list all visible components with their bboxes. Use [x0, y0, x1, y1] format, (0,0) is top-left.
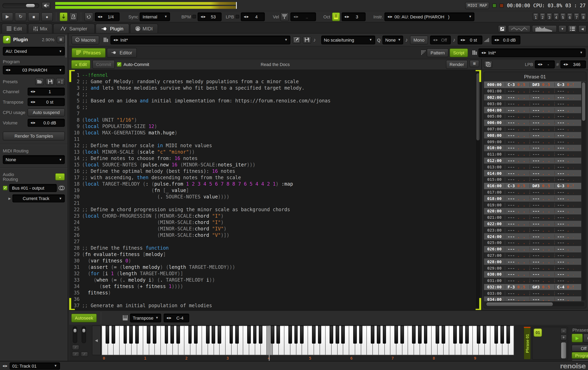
- next-track-button[interactable]: ▶: [5, 364, 8, 367]
- spectrum-button[interactable]: [532, 25, 557, 32]
- black-key[interactable]: [218, 326, 221, 344]
- black-key[interactable]: [400, 326, 404, 344]
- black-key[interactable]: [123, 326, 127, 344]
- black-key[interactable]: [341, 326, 345, 344]
- copy-phrase-button[interactable]: [484, 61, 492, 68]
- phrase-map-bar[interactable]: Phrase 01: [524, 327, 531, 359]
- instr-preset-select[interactable]: ◀▶ Init* ▼: [110, 35, 290, 44]
- phrase-rows[interactable]: 000:00C-30.5D#30.5G-30.5001:00---. . .--…: [484, 82, 581, 301]
- script-preset-select[interactable]: ◀▶ Init* ▼: [478, 48, 586, 57]
- add-phrase-button[interactable]: +: [560, 334, 567, 340]
- black-keys[interactable]: [102, 326, 514, 344]
- code-scrollbar[interactable]: [476, 72, 480, 307]
- phrase-row[interactable]: 016:00C-30.5D#30.5G-30.5: [484, 183, 581, 189]
- code-line[interactable]: 7: [69, 110, 474, 117]
- phrase-row[interactable]: 020:00---. . .---. . .---. . .: [484, 208, 581, 214]
- autoseek-button[interactable]: Autoseek: [71, 313, 97, 322]
- preset-save-button[interactable]: [46, 78, 54, 85]
- velocity-reset-button[interactable]: ∕: [72, 345, 79, 350]
- code-line[interactable]: 9(local POPULATION-SIZE 12): [69, 123, 474, 130]
- phrase-row[interactable]: 028:00---. . .---. . .---. . .: [484, 259, 581, 265]
- piano-keyboard[interactable]: 0123456789: [102, 326, 514, 355]
- view-preset-8[interactable]: 8: [580, 13, 586, 21]
- phrase-row[interactable]: 032:00F-30.5G#30.5C-40.5: [484, 284, 581, 290]
- black-key[interactable]: [318, 326, 321, 344]
- code-line[interactable]: 12;; Define the minor scale in MIDI note…: [69, 142, 474, 149]
- code-editor[interactable]: 1--!fennel2;; Game of Melody: randomly c…: [69, 70, 481, 310]
- phrase-hscrollbar[interactable]: [486, 302, 584, 307]
- code-line[interactable]: 8(local UNIT "1/16"): [69, 117, 474, 123]
- code-line[interactable]: 33 (when (= (. melody i) (. TARGET-MELOD…: [69, 277, 474, 283]
- code-line[interactable]: 19 (fn [_ value]: [69, 187, 474, 194]
- keyboard-scroll-left-button[interactable]: ◀: [92, 326, 101, 355]
- bus-output-field[interactable]: Bus #01 - output: [9, 184, 57, 192]
- velocity-spinner[interactable]: ◀▶ ..: [291, 12, 316, 21]
- black-key[interactable]: [436, 326, 439, 344]
- phrase-lpb-spinner[interactable]: ◀▶ -: [535, 60, 555, 68]
- black-key[interactable]: [441, 326, 445, 344]
- code-line[interactable]: 14;; Define notes to choose from: 16 not…: [69, 155, 474, 162]
- phrase-row[interactable]: 031:00---. . .---. . .---. . .: [484, 277, 581, 284]
- gain-spinner[interactable]: ◀▶ 0.0 dB: [491, 35, 520, 44]
- phrase-row[interactable]: 002:00---. . .---. . .---. . .: [484, 94, 581, 101]
- phrase-mode-off-button[interactable]: Off: [572, 345, 588, 352]
- black-key[interactable]: [418, 326, 422, 344]
- track-list-button[interactable]: [568, 25, 577, 32]
- tab-sampler[interactable]: Sampler: [53, 24, 95, 33]
- glide-spinner[interactable]: ◀▶ Off: [430, 35, 451, 44]
- black-key[interactable]: [312, 326, 315, 344]
- code-line[interactable]: 22;; Define a chord progression using th…: [69, 206, 474, 213]
- black-key[interactable]: [153, 326, 156, 344]
- plugin-device-select[interactable]: AU: Dexed▼: [3, 47, 65, 56]
- tab-plugin[interactable]: Plugin: [96, 24, 129, 33]
- code-line[interactable]: 6;;: [69, 104, 474, 110]
- phrase-stop-button[interactable]: ■: [583, 334, 588, 342]
- phrase-vscrollbar[interactable]: [582, 82, 586, 300]
- code-line[interactable]: 25 (MINOR-SCALE:chord "IV"): [69, 226, 474, 232]
- phrase-row[interactable]: 034:00---. . .---. . .---. . .: [484, 296, 581, 301]
- phrase-row[interactable]: 018:00---. . .---. . .---. . .: [484, 195, 581, 202]
- code-line[interactable]: 4;;: [69, 91, 474, 98]
- plugin-menu-button[interactable]: ≡: [57, 36, 65, 43]
- phrase-row[interactable]: 010:00---. . .---. . .---. . .: [484, 145, 581, 151]
- phrase-row[interactable]: 014:00---. . .---. . .---. . .: [484, 170, 581, 176]
- phrase-row[interactable]: 030:00---. . .---. . .---. . .: [484, 271, 581, 278]
- code-line[interactable]: 35 fitness): [69, 290, 474, 296]
- macros-button[interactable]: Macros: [72, 35, 99, 44]
- black-key[interactable]: [206, 326, 210, 344]
- metronome-button[interactable]: [69, 12, 78, 21]
- preset-load-button[interactable]: [35, 78, 44, 85]
- code-line[interactable]: 13(local MINOR-SCALE (scale "c" "minor")…: [69, 149, 474, 155]
- bpm-automation-checkbox[interactable]: [193, 15, 196, 18]
- volume-spinner[interactable]: ◀▶ 0.0 dB: [28, 119, 65, 127]
- black-key[interactable]: [106, 326, 109, 344]
- view-preset-7[interactable]: 7: [574, 13, 580, 21]
- code-line[interactable]: 15(local SOURCE-NOTES (pulse.new 16 (MIN…: [69, 162, 474, 168]
- phrase-vscroll-thumb[interactable]: [582, 82, 585, 121]
- phrase-length-spinner[interactable]: ◀▶ 346: [560, 60, 586, 68]
- phrase-row[interactable]: 029:00---. . .---. . .---. . .: [484, 265, 581, 271]
- black-key[interactable]: [194, 326, 198, 344]
- scale-select[interactable]: No scale/tuning▼: [321, 35, 375, 44]
- instrument-select[interactable]: ◀▶ 00: AU: Dexed (PHAROH ) ▼: [385, 12, 475, 21]
- code-scrollbar-thumb[interactable]: [476, 73, 480, 140]
- phrase-row[interactable]: 006:00---. . .---. . .---. . .: [484, 120, 581, 126]
- phrase-row[interactable]: 015:00---. . .---. . .---. . .: [484, 176, 581, 183]
- code-line[interactable]: 3;; and lets those melodies survive who …: [69, 85, 474, 91]
- collapse-panel-button[interactable]: ◀: [578, 25, 586, 32]
- render-button[interactable]: Render: [446, 60, 468, 69]
- black-key[interactable]: [288, 326, 292, 344]
- phrase-mode-program-button[interactable]: Program: [572, 352, 588, 359]
- phrase-row[interactable]: 008:00---. . .---. . .---. . .: [484, 132, 581, 139]
- code-line[interactable]: 11: [69, 136, 474, 142]
- code-line[interactable]: 27: [69, 238, 474, 245]
- audio-routing-collapse-button[interactable]: ▲: [55, 173, 65, 180]
- transpose-spinner[interactable]: ◀▶ 0 st: [28, 98, 65, 106]
- black-key[interactable]: [212, 326, 215, 344]
- phrase-row[interactable]: 004:00---. . .---. . .---. . .: [484, 107, 581, 113]
- code-line[interactable]: 30 (var fitness 0): [69, 258, 474, 264]
- view-preset-4[interactable]: 4: [553, 13, 559, 21]
- black-key[interactable]: [229, 326, 233, 344]
- code-line[interactable]: 18(local TARGET-MELODY (: (pulse.from 1 …: [69, 181, 474, 187]
- view-preset-3[interactable]: 3: [546, 13, 552, 21]
